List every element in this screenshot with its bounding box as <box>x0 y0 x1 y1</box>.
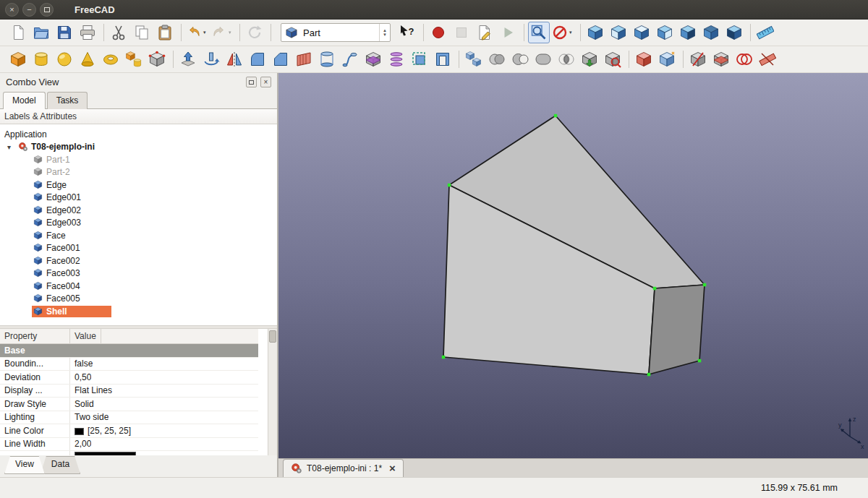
view-bottom-button[interactable] <box>700 22 722 43</box>
part-ruled-surface-button[interactable] <box>293 48 315 70</box>
tab-data[interactable]: Data <box>41 456 80 474</box>
part-refine-shape-button[interactable] <box>656 48 678 70</box>
part-mirror-button[interactable] <box>224 48 245 70</box>
part-section-button[interactable] <box>362 48 384 70</box>
open-folder-button[interactable] <box>30 22 52 43</box>
tree-item-face001[interactable]: Face001 <box>0 242 277 255</box>
3d-shape[interactable] <box>278 73 868 458</box>
tree-item-face[interactable]: Face <box>0 229 277 242</box>
part-chamfer-button[interactable] <box>270 48 292 70</box>
part-shape-builder-button[interactable] <box>146 48 168 70</box>
shape-right-face[interactable] <box>649 285 705 374</box>
view-left-button[interactable] <box>723 22 745 43</box>
draw-style-button[interactable]: ▾ <box>551 22 575 43</box>
tree-item-face003[interactable]: Face003 <box>0 267 277 280</box>
part-section-cut-button[interactable] <box>757 48 778 70</box>
tree-item-face005[interactable]: Face005 <box>0 293 277 306</box>
tree-item-part-2[interactable]: Part-2 <box>0 166 277 179</box>
property-row[interactable]: Line Color[25, 25, 25] <box>0 424 258 438</box>
part-revolve-button[interactable] <box>200 48 222 70</box>
property-row[interactable]: Boundin...false <box>0 358 258 372</box>
tree-item-application[interactable]: Application <box>0 128 277 141</box>
window-maximize-button[interactable] <box>40 3 54 17</box>
cut-button[interactable] <box>108 22 129 43</box>
tab-view[interactable]: View <box>4 456 45 474</box>
whats-this-button[interactable]: ? <box>396 22 418 43</box>
part-primitives-button[interactable] <box>123 48 145 70</box>
document-tab[interactable]: T08-ejemplo-ini : 1* <box>283 459 404 477</box>
window-close-button[interactable]: × <box>5 3 19 17</box>
part-sphere-button[interactable] <box>54 48 75 70</box>
property-scrollbar[interactable] <box>268 329 277 455</box>
window-minimize-button[interactable]: − <box>22 3 36 17</box>
property-row[interactable]: Deviation0,50 <box>0 371 258 385</box>
part-box-button[interactable] <box>7 48 29 70</box>
part-boolean-button[interactable] <box>486 48 508 70</box>
tree-item-shell[interactable]: Shell <box>0 305 277 318</box>
paste-button[interactable] <box>154 22 176 43</box>
tree-item-part-1[interactable]: Part-1 <box>0 153 277 166</box>
close-tab-icon[interactable] <box>389 463 396 474</box>
part-join-connect-button[interactable] <box>579 48 600 70</box>
property-column-header[interactable]: Property <box>0 329 70 343</box>
part-defeaturing-button[interactable] <box>633 48 655 70</box>
tree-column-header[interactable]: Labels & Attributes <box>0 109 277 124</box>
view-top-button[interactable] <box>631 22 652 43</box>
property-row[interactable]: Display ...Flat Lines <box>0 385 258 398</box>
part-fillet-button[interactable] <box>247 48 268 70</box>
property-row[interactable] <box>0 451 258 455</box>
part-intersection-button[interactable] <box>556 48 577 70</box>
view-right-button[interactable] <box>654 22 676 43</box>
view-axonometric-button[interactable] <box>584 22 606 43</box>
macro-record-button[interactable] <box>427 22 449 43</box>
save-button[interactable] <box>54 22 75 43</box>
part-cone-button[interactable] <box>77 48 98 70</box>
panel-float-button[interactable] <box>246 77 257 87</box>
dropdown-arrow-icon[interactable]: ▾ <box>229 30 234 35</box>
tree-item-edge003[interactable]: Edge003 <box>0 217 277 230</box>
part-loft-button[interactable] <box>316 48 338 70</box>
property-row[interactable]: Draw StyleSolid <box>0 398 258 411</box>
part-split-button[interactable] <box>687 48 709 70</box>
workbench-selector[interactable]: Part▲▼ <box>281 23 391 42</box>
tree-item-edge002[interactable]: Edge002 <box>0 204 277 217</box>
print-button[interactable] <box>77 22 98 43</box>
view-rear-button[interactable] <box>677 22 699 43</box>
undo-button[interactable]: ▾ <box>185 22 209 43</box>
part-union-button[interactable] <box>532 48 554 70</box>
property-group-base[interactable]: Base <box>0 344 258 358</box>
workbench-spinner[interactable]: ▲▼ <box>379 24 390 41</box>
scrollbar-thumb[interactable] <box>269 330 276 343</box>
dropdown-arrow-icon[interactable]: ▾ <box>203 30 209 35</box>
tab-model[interactable]: Model <box>3 92 46 109</box>
tree-item-face004[interactable]: Face004 <box>0 280 277 293</box>
redo-button[interactable]: ▾ <box>210 22 234 43</box>
tree-item-edge001[interactable]: Edge001 <box>0 192 277 205</box>
copy-button[interactable] <box>131 22 153 43</box>
new-document-button[interactable] <box>7 22 29 43</box>
tree-item-edge[interactable]: Edge <box>0 179 277 192</box>
expander-icon[interactable]: ▾ <box>7 143 18 151</box>
tree-item-face002[interactable]: Face002 <box>0 254 277 267</box>
tab-tasks[interactable]: Tasks <box>47 92 88 109</box>
fit-all-button[interactable] <box>528 22 550 43</box>
3d-viewport[interactable]: z y x <box>278 73 868 458</box>
part-torus-button[interactable] <box>100 48 122 70</box>
dropdown-arrow-icon[interactable]: ▾ <box>569 30 575 35</box>
property-row[interactable]: LightingTwo side <box>0 411 258 425</box>
property-column-header[interactable]: Value <box>70 329 101 343</box>
part-boolean-xor-button[interactable] <box>733 48 755 70</box>
measure-distance-button[interactable] <box>754 22 776 43</box>
part-slice-button[interactable] <box>710 48 732 70</box>
part-check-geometry-button[interactable] <box>602 48 624 70</box>
part-extrude-button[interactable] <box>177 48 199 70</box>
part-sweep-button[interactable] <box>339 48 361 70</box>
part-cut-button[interactable] <box>509 48 531 70</box>
part-cross-sections-button[interactable] <box>386 48 407 70</box>
part-compound-button[interactable] <box>463 48 485 70</box>
refresh-button[interactable] <box>244 22 265 43</box>
panel-close-button[interactable]: × <box>260 77 271 87</box>
macro-edit-button[interactable] <box>474 22 495 43</box>
part-cylinder-button[interactable] <box>30 48 52 70</box>
part-thickness-button[interactable] <box>432 48 454 70</box>
